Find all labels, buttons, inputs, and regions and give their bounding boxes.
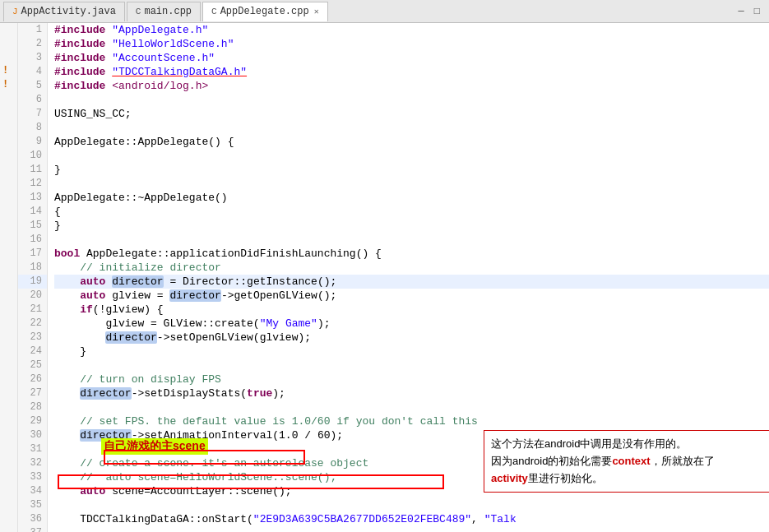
- ln-33: 33: [18, 470, 47, 484]
- code-content[interactable]: #include "AppDelegate.h" #include "Hello…: [48, 23, 769, 532]
- tab-close-icon[interactable]: ✕: [314, 7, 319, 16]
- ln-29: 29: [18, 414, 47, 428]
- tab-appactivity-icon: J: [12, 7, 18, 16]
- code-line-3: #include "AccountScene.h": [54, 51, 769, 65]
- code-line-20: auto glview = director->getOpenGLView();: [54, 289, 769, 303]
- code-line-36: TDCCTalkingDataGA::onStart("2E9D3A639C5B…: [54, 512, 769, 526]
- ln-3: 3: [18, 51, 47, 65]
- tab-maincpp-label: main.cpp: [144, 6, 192, 17]
- ln-32: 32: [18, 456, 47, 470]
- ln-7: 7: [18, 107, 47, 121]
- callout-activity-label: activity: [491, 472, 528, 484]
- code-line-2: #include "HelloWorldScene.h": [54, 37, 769, 51]
- ln-37: 37: [18, 526, 47, 532]
- ln-20: 20: [18, 289, 47, 303]
- editor-area: ! ! 1 2 3 4 5 6 7 8 9 10 11 12 13 14 15 …: [0, 23, 769, 532]
- line36-box: [58, 474, 444, 489]
- code-line-12: [54, 177, 769, 191]
- ln-16: 16: [18, 233, 47, 247]
- callout-line2: 因为android的初始化需要context，所就放在了: [491, 453, 769, 470]
- ln-9: 9: [18, 135, 47, 149]
- code-line-9: AppDelegate::AppDelegate() {: [54, 135, 769, 149]
- ln-36: 36: [18, 512, 47, 526]
- line-numbers: 1 2 3 4 5 6 7 8 9 10 11 12 13 14 15 16 1…: [18, 23, 48, 532]
- code-line-8: [54, 121, 769, 135]
- callout-line3: activity里进行初始化。: [491, 470, 769, 488]
- code-line-26: // turn on display FPS: [54, 372, 769, 386]
- minimize-button[interactable]: —: [736, 6, 747, 17]
- callout-box: 这个方法在android中调用是没有作用的。 因为android的初始化需要co…: [484, 430, 769, 493]
- warning-marker-5: !: [2, 79, 8, 90]
- code-line-27: director->setDisplayStats(true);: [54, 386, 769, 400]
- ln-23: 23: [18, 331, 47, 345]
- code-line-4: #include "TDCCTalkingDataGA.h": [54, 65, 769, 79]
- code-line-25: [54, 359, 769, 372]
- code-line-11: }: [54, 163, 769, 177]
- ln-27: 27: [18, 386, 47, 400]
- code-line-5: #include <android/log.h>: [54, 79, 769, 93]
- ln-1: 1: [18, 23, 47, 37]
- tab-bar: J AppActivity.java C main.cpp C AppDeleg…: [0, 0, 769, 23]
- code-line-28: [54, 400, 769, 414]
- ln-28: 28: [18, 400, 47, 414]
- ln-24: 24: [18, 345, 47, 359]
- warning-marker-4: !: [2, 65, 8, 76]
- code-line-35: [54, 498, 769, 512]
- tab-maincpp-icon: C: [136, 7, 141, 16]
- ln-25: 25: [18, 359, 47, 372]
- code-line-10: [54, 149, 769, 163]
- tab-maincpp[interactable]: C main.cpp: [127, 2, 201, 21]
- code-line-1: #include "AppDelegate.h": [54, 23, 769, 37]
- line34-box: [104, 450, 305, 465]
- ln-15: 15: [18, 219, 47, 233]
- ln-19: 19: [18, 275, 47, 289]
- code-line-24: }: [54, 345, 769, 359]
- code-line-15: }: [54, 219, 769, 233]
- ln-8: 8: [18, 121, 47, 135]
- code-line-19: auto director = Director::getInstance();: [54, 275, 769, 289]
- ln-26: 26: [18, 372, 47, 386]
- tab-appactivity[interactable]: J AppActivity.java: [3, 2, 125, 21]
- ln-34: 34: [18, 484, 47, 498]
- ln-10: 10: [18, 149, 47, 163]
- main-window: J AppActivity.java C main.cpp C AppDeleg…: [0, 0, 769, 532]
- tab-appactivity-label: AppActivity.java: [21, 6, 116, 17]
- tab-appdelegate-label: AppDelegate.cpp: [220, 6, 309, 17]
- callout-line1: 这个方法在android中调用是没有作用的。: [491, 436, 769, 453]
- code-line-17: bool AppDelegate::applicationDidFinishLa…: [54, 247, 769, 261]
- window-controls: — □: [736, 6, 762, 17]
- ln-11: 11: [18, 163, 47, 177]
- code-line-16: [54, 233, 769, 247]
- ln-18: 18: [18, 261, 47, 275]
- code-line-29: // set FPS. the default value is 1.0/60 …: [54, 414, 769, 428]
- ln-2: 2: [18, 37, 47, 51]
- callout-context-label: context: [612, 455, 650, 467]
- tab-appdelegate-icon: C: [211, 7, 217, 16]
- ln-30: 30: [18, 428, 47, 442]
- ln-12: 12: [18, 177, 47, 191]
- code-line-14: {: [54, 205, 769, 219]
- maximize-button[interactable]: □: [752, 6, 762, 17]
- ln-35: 35: [18, 498, 47, 512]
- code-line-6: [54, 93, 769, 107]
- ln-22: 22: [18, 317, 47, 331]
- tab-appdelegate[interactable]: C AppDelegate.cpp ✕: [202, 2, 328, 21]
- ln-5: 5: [18, 79, 47, 93]
- ln-4: 4: [18, 65, 47, 79]
- ln-31: 31: [18, 442, 47, 456]
- ln-21: 21: [18, 303, 47, 317]
- ln-13: 13: [18, 191, 47, 205]
- code-line-37: [54, 526, 769, 532]
- code-line-22: glview = GLView::create("My Game");: [54, 317, 769, 331]
- marker-gutter: ! !: [0, 23, 18, 532]
- code-line-13: AppDelegate::~AppDelegate(): [54, 191, 769, 205]
- code-line-23: director->setOpenGLView(glview);: [54, 331, 769, 345]
- code-line-7: USING_NS_CC;: [54, 107, 769, 121]
- ln-17: 17: [18, 247, 47, 261]
- code-line-18: // initialize director: [54, 261, 769, 275]
- code-line-21: if(!glview) {: [54, 303, 769, 317]
- ln-14: 14: [18, 205, 47, 219]
- ln-6: 6: [18, 93, 47, 107]
